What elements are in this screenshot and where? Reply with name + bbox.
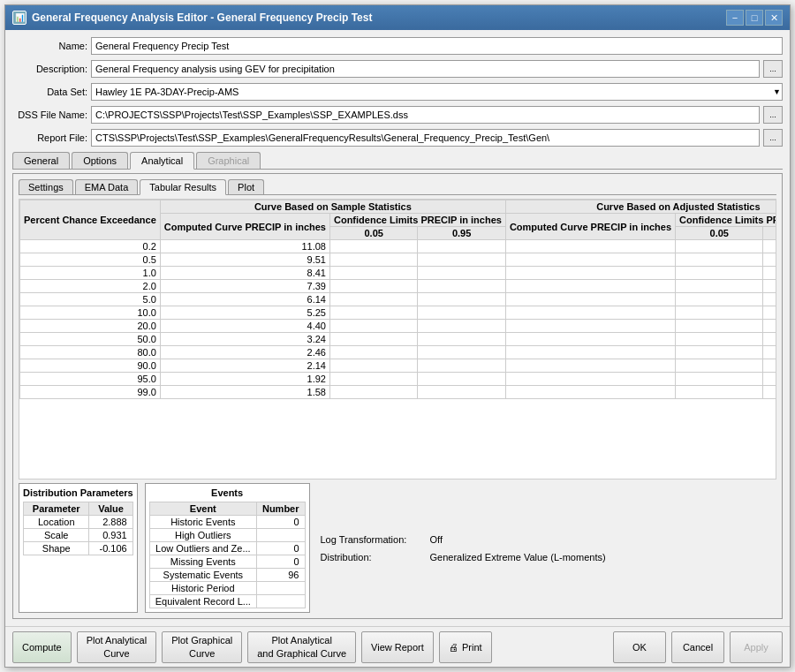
- events-box: Events Event Number Historic Events0High…: [145, 483, 310, 613]
- table-row: 80.0 2.46: [20, 346, 777, 359]
- events-title: Events: [149, 487, 306, 498]
- inner-tabs: Settings EMA Data Tabular Results Plot: [19, 179, 776, 195]
- list-item: Location2.888: [24, 516, 133, 529]
- list-item: Historic Events0: [149, 516, 305, 529]
- dist-param-header: Parameter: [24, 502, 89, 516]
- main-window: 📊 General Frequency Analysis Editor - Ge…: [4, 4, 791, 668]
- tab-options[interactable]: Options: [72, 152, 128, 169]
- table-row: 50.0 3.24: [20, 333, 777, 346]
- list-item: Shape-0.106: [24, 542, 133, 555]
- inner-panel: Settings EMA Data Tabular Results Plot P…: [12, 173, 783, 619]
- col-cl-a-095-header: 0.95: [763, 227, 776, 240]
- distribution-box: Distribution Parameters Parameter Value …: [19, 483, 138, 613]
- distribution-title: Distribution Parameters: [23, 487, 133, 498]
- table-row: 90.0 2.14: [20, 359, 777, 373]
- col-computed-a-header: Computed Curve PRECIP in inches: [505, 214, 675, 240]
- footer-bar: Compute Plot Analytical Curve Plot Graph…: [5, 626, 790, 667]
- dss-input[interactable]: [91, 106, 760, 124]
- description-label: Description:: [12, 64, 87, 74]
- dataset-row: Data Set: Hawley 1E PA-3DAY-Precip-AMS ▼: [12, 83, 783, 101]
- list-item: Low Outliers and Ze...0: [149, 542, 305, 555]
- event-event-header: Event: [149, 502, 256, 516]
- list-item: Equivalent Record L...: [149, 595, 305, 608]
- dss-label: DSS File Name:: [12, 109, 87, 120]
- window-title: General Frequency Analysis Editor - Gene…: [32, 11, 724, 24]
- table-row: 20.0 4.40: [20, 320, 777, 333]
- dss-browse-button[interactable]: ...: [763, 106, 783, 124]
- tab-plot[interactable]: Plot: [228, 179, 264, 194]
- plot-both-button[interactable]: Plot Analytical and Graphical Curve: [247, 631, 356, 663]
- dist-value-header: Value: [89, 502, 132, 516]
- list-item: Scale0.931: [24, 529, 133, 542]
- compute-button[interactable]: Compute: [12, 631, 72, 663]
- dist-info-label: Distribution:: [321, 552, 427, 563]
- log-row: Log Transformation: Off: [321, 534, 774, 545]
- description-row: Description: ...: [12, 60, 783, 78]
- window-icon: 📊: [12, 11, 26, 25]
- col-confidence-a-header: Confidence Limits PRECIP in inches: [676, 214, 776, 227]
- name-row: Name:: [12, 37, 783, 55]
- content-area: Name: Description: ... Data Set: Hawley …: [5, 30, 790, 626]
- tab-settings[interactable]: Settings: [19, 179, 73, 194]
- info-box: Log Transformation: Off Distribution: Ge…: [317, 483, 777, 613]
- report-row: Report File: ...: [12, 129, 783, 147]
- table-row: 10.0 5.25: [20, 306, 777, 320]
- ok-button[interactable]: OK: [613, 631, 666, 663]
- apply-button[interactable]: Apply: [730, 631, 783, 663]
- print-label: Print: [462, 642, 482, 653]
- col-computed-s-header: Computed Curve PRECIP in inches: [160, 214, 329, 240]
- col-confidence-s-header: Confidence Limits PRECIP in inches: [329, 214, 505, 227]
- report-label: Report File:: [12, 132, 87, 143]
- table-row: 95.0 1.92: [20, 373, 777, 386]
- dataset-select-wrapper: Hawley 1E PA-3DAY-Precip-AMS ▼: [91, 83, 783, 101]
- bottom-section: Distribution Parameters Parameter Value …: [19, 483, 776, 613]
- col-cl-s-005-header: 0.05: [329, 227, 417, 240]
- title-bar: 📊 General Frequency Analysis Editor - Ge…: [5, 5, 790, 30]
- list-item: Historic Period: [149, 582, 305, 595]
- table-row: 5.0 6.14: [20, 293, 777, 306]
- table-row: 2.0 7.39: [20, 280, 777, 293]
- event-number-header: Number: [256, 502, 305, 516]
- dataset-label: Data Set:: [12, 87, 87, 97]
- col-group-adjusted-header: Curve Based on Adjusted Statistics: [505, 200, 776, 214]
- results-table: Percent Chance Exceedance Curve Based on…: [19, 200, 776, 399]
- tab-tabular-results[interactable]: Tabular Results: [140, 179, 226, 195]
- distribution-table: Parameter Value Location2.888Scale0.931S…: [23, 502, 133, 555]
- col-group-sample-header: Curve Based on Sample Statistics: [160, 200, 505, 214]
- results-table-area: Percent Chance Exceedance Curve Based on…: [19, 199, 776, 479]
- report-browse-button[interactable]: ...: [763, 129, 783, 147]
- table-row: 99.0 1.58: [20, 386, 777, 399]
- log-label: Log Transformation:: [321, 534, 427, 545]
- table-row: 0.2 11.08: [20, 240, 777, 253]
- name-input[interactable]: [91, 37, 783, 55]
- cancel-button[interactable]: Cancel: [671, 631, 724, 663]
- print-icon: 🖨: [449, 642, 458, 653]
- dss-row: DSS File Name: ...: [12, 106, 783, 124]
- list-item: Systematic Events96: [149, 569, 305, 582]
- col-cl-s-095-header: 0.95: [418, 227, 505, 240]
- dist-info-value: Generalized Extreme Value (L-moments): [430, 552, 606, 563]
- print-button[interactable]: 🖨 Print: [439, 631, 492, 663]
- col-cl-a-005-header: 0.05: [676, 227, 763, 240]
- report-input[interactable]: [91, 129, 760, 147]
- dist-info-row: Distribution: Generalized Extreme Value …: [321, 552, 774, 563]
- tab-ema-data[interactable]: EMA Data: [75, 179, 139, 194]
- minimize-button[interactable]: −: [726, 10, 744, 26]
- outer-tabs: General Options Analytical Graphical: [12, 152, 783, 170]
- tab-general[interactable]: General: [12, 152, 70, 169]
- maximize-button[interactable]: □: [746, 10, 763, 26]
- plot-analytical-button[interactable]: Plot Analytical Curve: [77, 631, 156, 663]
- name-label: Name:: [12, 41, 87, 51]
- description-browse-button[interactable]: ...: [763, 60, 783, 78]
- log-value: Off: [430, 534, 443, 545]
- tab-analytical[interactable]: Analytical: [130, 152, 194, 170]
- list-item: High Outliers: [149, 529, 305, 542]
- dataset-select[interactable]: Hawley 1E PA-3DAY-Precip-AMS: [91, 83, 783, 101]
- description-input[interactable]: [91, 60, 760, 78]
- table-row: 1.0 8.41: [20, 267, 777, 280]
- plot-graphical-button[interactable]: Plot Graphical Curve: [162, 631, 242, 663]
- table-row: 0.5 9.51: [20, 253, 777, 267]
- close-button[interactable]: ✕: [765, 10, 783, 26]
- col-pce-header: Percent Chance Exceedance: [20, 200, 161, 240]
- view-report-button[interactable]: View Report: [361, 631, 434, 663]
